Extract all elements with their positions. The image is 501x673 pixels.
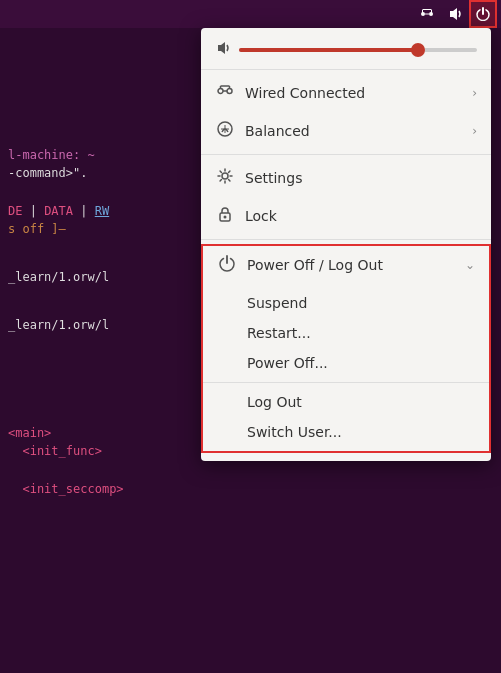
power-off-item[interactable]: Power Off... bbox=[203, 348, 489, 378]
topbar bbox=[0, 0, 501, 28]
balanced-arrow: › bbox=[472, 124, 477, 138]
svg-rect-4 bbox=[431, 10, 432, 13]
power-menu-icon bbox=[217, 254, 237, 276]
svg-rect-3 bbox=[422, 10, 423, 13]
suspend-item[interactable]: Suspend bbox=[203, 288, 489, 318]
dropdown-menu: Wired Connected › Balanced › Settings bbox=[201, 28, 491, 461]
volume-fill bbox=[239, 48, 418, 52]
svg-rect-5 bbox=[423, 9, 432, 10]
settings-label: Settings bbox=[245, 170, 477, 186]
wired-icon bbox=[215, 82, 235, 104]
divider-2 bbox=[201, 154, 491, 155]
power-off-header[interactable]: Power Off / Log Out ⌄ bbox=[203, 246, 489, 284]
balanced-label: Balanced bbox=[245, 123, 462, 139]
submenu-divider bbox=[203, 382, 489, 383]
power-off-submenu: Suspend Restart... Power Off... Log Out … bbox=[203, 284, 489, 451]
divider-1 bbox=[201, 69, 491, 70]
lock-label: Lock bbox=[245, 208, 477, 224]
divider-3 bbox=[201, 239, 491, 240]
network-topbar-icon[interactable] bbox=[413, 0, 441, 28]
restart-item[interactable]: Restart... bbox=[203, 318, 489, 348]
balanced-icon bbox=[215, 120, 235, 142]
power-off-chevron-icon: ⌄ bbox=[465, 258, 475, 272]
volume-row bbox=[201, 34, 491, 65]
log-out-item[interactable]: Log Out bbox=[203, 387, 489, 417]
balanced-item[interactable]: Balanced › bbox=[201, 112, 491, 150]
power-off-label: Power Off / Log Out bbox=[247, 257, 383, 273]
power-off-section: Power Off / Log Out ⌄ Suspend Restart...… bbox=[201, 244, 491, 453]
volume-row-icon bbox=[215, 40, 231, 59]
settings-gear-icon bbox=[215, 167, 235, 189]
volume-topbar-icon[interactable] bbox=[441, 0, 469, 28]
switch-user-item[interactable]: Switch User... bbox=[203, 417, 489, 447]
svg-point-19 bbox=[224, 216, 227, 219]
wired-arrow: › bbox=[472, 86, 477, 100]
power-topbar-icon[interactable] bbox=[469, 0, 497, 28]
svg-point-17 bbox=[222, 173, 228, 179]
svg-marker-7 bbox=[218, 42, 225, 54]
wired-label: Wired Connected bbox=[245, 85, 462, 101]
svg-rect-2 bbox=[425, 14, 429, 15]
svg-marker-6 bbox=[450, 8, 457, 20]
settings-item[interactable]: Settings bbox=[201, 159, 491, 197]
svg-point-8 bbox=[218, 89, 223, 94]
wired-connected-item[interactable]: Wired Connected › bbox=[201, 74, 491, 112]
terminal-line-9: <init_seccomp> bbox=[8, 480, 312, 498]
svg-point-9 bbox=[227, 89, 232, 94]
lock-icon bbox=[215, 205, 235, 227]
volume-slider[interactable] bbox=[239, 48, 477, 52]
volume-thumb bbox=[411, 43, 425, 57]
lock-item[interactable]: Lock bbox=[201, 197, 491, 235]
